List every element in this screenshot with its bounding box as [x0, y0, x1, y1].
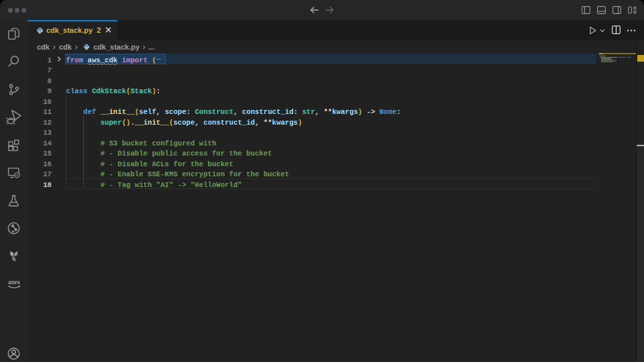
svg-text:aws: aws	[8, 278, 20, 286]
